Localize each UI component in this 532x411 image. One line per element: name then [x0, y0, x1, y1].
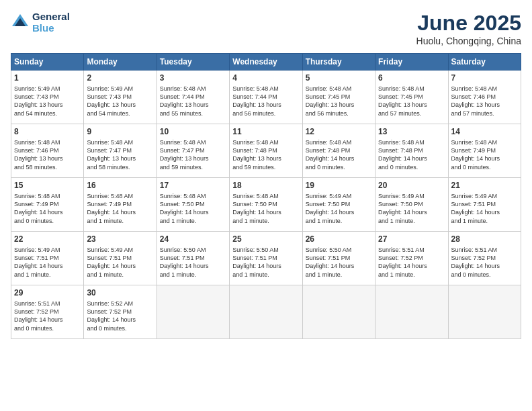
- day-number: 7: [451, 73, 518, 83]
- table-row: 26Sunrise: 5:50 AM Sunset: 7:51 PM Dayli…: [302, 232, 375, 285]
- day-number: 18: [232, 180, 299, 191]
- day-number: 5: [306, 73, 372, 83]
- table-row: 16Sunrise: 5:48 AM Sunset: 7:49 PM Dayli…: [84, 178, 157, 232]
- table-row: 14Sunrise: 5:48 AM Sunset: 7:49 PM Dayli…: [448, 124, 521, 178]
- col-sunday: Sunday: [11, 54, 84, 71]
- day-info: Sunrise: 5:48 AM Sunset: 7:47 PM Dayligh…: [160, 138, 226, 171]
- table-row: 28Sunrise: 5:51 AM Sunset: 7:52 PM Dayli…: [448, 232, 521, 285]
- calendar-header-row: Sunday Monday Tuesday Wednesday Thursday…: [11, 54, 521, 71]
- day-number: 22: [14, 234, 81, 244]
- col-monday: Monday: [84, 54, 157, 71]
- day-info: Sunrise: 5:52 AM Sunset: 7:52 PM Dayligh…: [87, 300, 153, 332]
- day-info: Sunrise: 5:48 AM Sunset: 7:48 PM Dayligh…: [306, 138, 372, 171]
- day-number: 26: [306, 234, 372, 244]
- day-info: Sunrise: 5:49 AM Sunset: 7:50 PM Dayligh…: [306, 192, 372, 225]
- day-info: Sunrise: 5:48 AM Sunset: 7:49 PM Dayligh…: [14, 192, 81, 225]
- table-row: 21Sunrise: 5:49 AM Sunset: 7:51 PM Dayli…: [448, 178, 521, 232]
- day-number: 19: [306, 180, 372, 191]
- table-row: 4Sunrise: 5:48 AM Sunset: 7:44 PM Daylig…: [230, 71, 302, 124]
- table-row: 10Sunrise: 5:48 AM Sunset: 7:47 PM Dayli…: [157, 124, 229, 178]
- table-row: 13Sunrise: 5:48 AM Sunset: 7:48 PM Dayli…: [375, 124, 448, 178]
- table-row: 1Sunrise: 5:49 AM Sunset: 7:43 PM Daylig…: [11, 71, 84, 124]
- day-number: 4: [232, 73, 299, 83]
- day-info: Sunrise: 5:48 AM Sunset: 7:46 PM Dayligh…: [14, 138, 81, 171]
- day-info: Sunrise: 5:49 AM Sunset: 7:51 PM Dayligh…: [87, 246, 153, 279]
- table-row: 23Sunrise: 5:49 AM Sunset: 7:51 PM Dayli…: [84, 232, 157, 285]
- logo-text: General Blue: [32, 11, 70, 34]
- day-info: Sunrise: 5:48 AM Sunset: 7:49 PM Dayligh…: [451, 138, 518, 171]
- calendar-week-row: 1Sunrise: 5:49 AM Sunset: 7:43 PM Daylig…: [11, 71, 521, 124]
- table-row: 22Sunrise: 5:49 AM Sunset: 7:51 PM Dayli…: [11, 232, 84, 285]
- title-block: June 2025 Huolu, Chongqing, China: [416, 11, 521, 46]
- day-number: 15: [14, 180, 81, 191]
- col-tuesday: Tuesday: [157, 54, 229, 71]
- day-number: 3: [160, 73, 226, 83]
- header: General Blue June 2025 Huolu, Chongqing,…: [11, 11, 521, 46]
- day-number: 16: [87, 180, 153, 191]
- table-row: [230, 285, 302, 339]
- day-number: 29: [14, 287, 81, 298]
- day-info: Sunrise: 5:48 AM Sunset: 7:44 PM Dayligh…: [160, 85, 226, 118]
- day-number: 6: [378, 73, 445, 83]
- calendar-page: General Blue June 2025 Huolu, Chongqing,…: [0, 0, 532, 411]
- table-row: 12Sunrise: 5:48 AM Sunset: 7:48 PM Dayli…: [302, 124, 375, 178]
- day-number: 23: [87, 234, 153, 244]
- day-info: Sunrise: 5:51 AM Sunset: 7:52 PM Dayligh…: [378, 246, 445, 279]
- day-info: Sunrise: 5:48 AM Sunset: 7:48 PM Dayligh…: [378, 138, 445, 171]
- table-row: 15Sunrise: 5:48 AM Sunset: 7:49 PM Dayli…: [11, 178, 84, 232]
- table-row: [375, 285, 448, 339]
- day-number: 11: [232, 126, 299, 137]
- day-number: 10: [160, 126, 226, 137]
- table-row: 19Sunrise: 5:49 AM Sunset: 7:50 PM Dayli…: [302, 178, 375, 232]
- table-row: 25Sunrise: 5:50 AM Sunset: 7:51 PM Dayli…: [230, 232, 302, 285]
- day-info: Sunrise: 5:48 AM Sunset: 7:45 PM Dayligh…: [378, 85, 445, 118]
- table-row: 29Sunrise: 5:51 AM Sunset: 7:52 PM Dayli…: [11, 285, 84, 339]
- day-number: 14: [451, 126, 518, 137]
- table-row: 24Sunrise: 5:50 AM Sunset: 7:51 PM Dayli…: [157, 232, 229, 285]
- calendar-table: Sunday Monday Tuesday Wednesday Thursday…: [11, 53, 521, 339]
- calendar-week-row: 15Sunrise: 5:48 AM Sunset: 7:49 PM Dayli…: [11, 178, 521, 232]
- day-number: 13: [378, 126, 445, 137]
- day-number: 12: [306, 126, 372, 137]
- day-number: 17: [160, 180, 226, 191]
- table-row: 20Sunrise: 5:49 AM Sunset: 7:50 PM Dayli…: [375, 178, 448, 232]
- day-info: Sunrise: 5:48 AM Sunset: 7:50 PM Dayligh…: [160, 192, 226, 225]
- day-info: Sunrise: 5:49 AM Sunset: 7:43 PM Dayligh…: [14, 85, 81, 118]
- day-info: Sunrise: 5:51 AM Sunset: 7:52 PM Dayligh…: [451, 246, 518, 279]
- day-number: 21: [451, 180, 518, 191]
- day-number: 30: [87, 287, 153, 298]
- table-row: 5Sunrise: 5:48 AM Sunset: 7:45 PM Daylig…: [302, 71, 375, 124]
- day-info: Sunrise: 5:49 AM Sunset: 7:50 PM Dayligh…: [378, 192, 445, 225]
- col-saturday: Saturday: [448, 54, 521, 71]
- table-row: 17Sunrise: 5:48 AM Sunset: 7:50 PM Dayli…: [157, 178, 229, 232]
- table-row: 3Sunrise: 5:48 AM Sunset: 7:44 PM Daylig…: [157, 71, 229, 124]
- day-info: Sunrise: 5:48 AM Sunset: 7:47 PM Dayligh…: [87, 138, 153, 171]
- table-row: [448, 285, 521, 339]
- calendar-week-row: 8Sunrise: 5:48 AM Sunset: 7:46 PM Daylig…: [11, 124, 521, 178]
- day-info: Sunrise: 5:49 AM Sunset: 7:51 PM Dayligh…: [451, 192, 518, 225]
- table-row: 18Sunrise: 5:48 AM Sunset: 7:50 PM Dayli…: [230, 178, 302, 232]
- day-number: 24: [160, 234, 226, 244]
- col-thursday: Thursday: [302, 54, 375, 71]
- table-row: 8Sunrise: 5:48 AM Sunset: 7:46 PM Daylig…: [11, 124, 84, 178]
- calendar-week-row: 22Sunrise: 5:49 AM Sunset: 7:51 PM Dayli…: [11, 232, 521, 285]
- day-info: Sunrise: 5:49 AM Sunset: 7:51 PM Dayligh…: [14, 246, 81, 279]
- table-row: 11Sunrise: 5:48 AM Sunset: 7:48 PM Dayli…: [230, 124, 302, 178]
- day-number: 2: [87, 73, 153, 83]
- table-row: 30Sunrise: 5:52 AM Sunset: 7:52 PM Dayli…: [84, 285, 157, 339]
- logo: General Blue: [11, 11, 70, 34]
- table-row: 6Sunrise: 5:48 AM Sunset: 7:45 PM Daylig…: [375, 71, 448, 124]
- day-info: Sunrise: 5:51 AM Sunset: 7:52 PM Dayligh…: [14, 300, 81, 332]
- day-info: Sunrise: 5:48 AM Sunset: 7:48 PM Dayligh…: [232, 138, 299, 171]
- table-row: 27Sunrise: 5:51 AM Sunset: 7:52 PM Dayli…: [375, 232, 448, 285]
- day-info: Sunrise: 5:50 AM Sunset: 7:51 PM Dayligh…: [160, 246, 226, 279]
- day-info: Sunrise: 5:48 AM Sunset: 7:50 PM Dayligh…: [232, 192, 299, 225]
- day-number: 8: [14, 126, 81, 137]
- table-row: [157, 285, 229, 339]
- table-row: 2Sunrise: 5:49 AM Sunset: 7:43 PM Daylig…: [84, 71, 157, 124]
- day-info: Sunrise: 5:48 AM Sunset: 7:49 PM Dayligh…: [87, 192, 153, 225]
- location: Huolu, Chongqing, China: [416, 36, 521, 46]
- col-wednesday: Wednesday: [230, 54, 302, 71]
- day-info: Sunrise: 5:48 AM Sunset: 7:46 PM Dayligh…: [451, 85, 518, 118]
- calendar-week-row: 29Sunrise: 5:51 AM Sunset: 7:52 PM Dayli…: [11, 285, 521, 339]
